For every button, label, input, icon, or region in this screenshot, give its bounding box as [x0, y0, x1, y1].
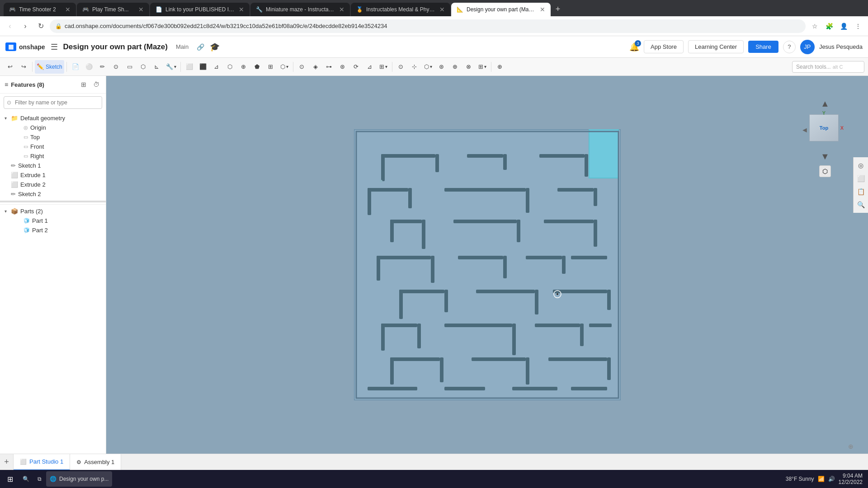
toolbar-tool7[interactable]: 🔧▾ — [164, 60, 178, 74]
toolbar-tool13[interactable]: ⬟ — [251, 60, 264, 74]
right-icon-2[interactable]: ⬜ — [854, 172, 867, 185]
canvas-area[interactable]: ▲ ◄ Top Y X ▼ ⬡ — [106, 76, 868, 454]
toolbar-tool3[interactable]: ⊙ — [110, 60, 123, 74]
tree-top[interactable]: ▭ Top — [13, 132, 106, 142]
toolbar-tool11[interactable]: ⬡ — [224, 60, 236, 74]
toolbar-tool18[interactable]: ⊶ — [323, 60, 335, 74]
toolbar-tool2[interactable]: ✏ — [96, 60, 109, 74]
taskbar-clock[interactable]: 9:04 AM 12/2/2022 — [839, 473, 863, 485]
taskbar-chrome[interactable]: 🌐 Design your own p... — [46, 471, 112, 487]
taskbar-search[interactable]: 🔍 — [19, 471, 33, 487]
toolbar-tool30[interactable]: ⊕ — [494, 60, 506, 74]
help-button[interactable]: ? — [783, 41, 796, 53]
toolbar-redo[interactable]: ↪ — [17, 60, 30, 74]
extension-button[interactable]: 🧩 — [823, 20, 835, 33]
back-button[interactable]: ‹ — [4, 20, 16, 33]
toolbar-tool9[interactable]: ⬛ — [197, 60, 209, 74]
view-left-arrow[interactable]: ◄ — [801, 126, 808, 134]
tab-close-1[interactable]: ✕ — [65, 6, 71, 13]
bottom-right-icon[interactable]: ⊕ — [848, 443, 854, 450]
toolbar-undo[interactable]: ↩ — [4, 60, 16, 74]
hamburger-menu[interactable]: ☰ — [51, 42, 58, 52]
browser-tab-6[interactable]: 📐 Design your own part (Maze) | P... ✕ — [451, 3, 551, 16]
profile-button[interactable]: 👤 — [837, 20, 850, 33]
toolbar-tool12[interactable]: ⊕ — [237, 60, 250, 74]
graduation-icon[interactable]: 🎓 — [210, 42, 220, 52]
right-icon-3[interactable]: 📋 — [854, 185, 867, 198]
view-option-1[interactable]: ⬡ — [819, 165, 831, 177]
branch-tag[interactable]: Main — [173, 42, 191, 51]
tab-assembly-1[interactable]: ⚙ Assembly 1 — [70, 454, 121, 470]
toolbar-tool10[interactable]: ⊿ — [210, 60, 223, 74]
toolbar-tool25[interactable]: ⬡▾ — [422, 60, 434, 74]
tree-origin[interactable]: ◎ Origin — [13, 123, 106, 132]
toolbar-tool19[interactable]: ⊛ — [336, 60, 349, 74]
toolbar-tool17[interactable]: ◈ — [309, 60, 322, 74]
menu-button[interactable]: ⋮ — [852, 20, 864, 33]
view-arrow-up[interactable]: ▲ — [821, 99, 830, 109]
toolbar-tool29[interactable]: ⊞▾ — [476, 60, 489, 74]
reload-button[interactable]: ↻ — [34, 20, 47, 33]
toolbar-tool15[interactable]: ⬡▾ — [278, 60, 291, 74]
onshape-logo[interactable]: ▦ onshape — [5, 42, 45, 51]
toolbar-tool4[interactable]: ▭ — [123, 60, 136, 74]
browser-tab-1[interactable]: 🎮 Time Shooter 2 ✕ — [4, 3, 76, 16]
notifications-button[interactable]: 🔔 3 — [629, 42, 639, 52]
bookmark-button[interactable]: ☆ — [808, 20, 821, 33]
tab-close-6[interactable]: ✕ — [540, 6, 545, 13]
new-tab-button[interactable]: + — [552, 3, 564, 15]
tree-right[interactable]: ▭ Right — [13, 151, 106, 161]
user-avatar[interactable]: JP — [800, 40, 815, 54]
toolbar-sketch[interactable]: ✏️ Sketch — [35, 60, 64, 74]
toolbar-tool24[interactable]: ⊹ — [408, 60, 421, 74]
taskbar-task-view[interactable]: ⧉ — [34, 471, 45, 487]
tab-close-2[interactable]: ✕ — [138, 6, 144, 13]
toolbar-tool1[interactable]: ⚪ — [83, 60, 95, 74]
browser-tab-2[interactable]: 🎮 Play Time Sh... ✕ — [77, 3, 149, 16]
share-button[interactable]: Share — [748, 41, 778, 53]
tree-parts[interactable]: ▾ 📦 Parts (2) — [0, 206, 106, 216]
toolbar-tool6[interactable]: ⊾ — [151, 60, 163, 74]
filter-input[interactable] — [4, 96, 102, 109]
right-icon-4[interactable]: 🔍 — [854, 198, 867, 211]
tab-close-5[interactable]: ✕ — [439, 6, 445, 13]
panel-action-1[interactable]: ⊞ — [79, 80, 89, 89]
browser-tab-3[interactable]: 📄 Link to your PUBLISHED Instruct... ✕ — [150, 3, 250, 16]
view-cube-box[interactable]: Top Y X — [809, 114, 839, 141]
panel-resize-handle[interactable] — [0, 201, 106, 202]
toolbar-tool5[interactable]: ⬡ — [137, 60, 150, 74]
tab-close-4[interactable]: ✕ — [339, 6, 344, 13]
tab-close-3[interactable]: ✕ — [239, 6, 244, 13]
tree-part2[interactable]: 🧊 Part 2 — [13, 225, 106, 235]
learning-center-button[interactable]: Learning Center — [688, 40, 744, 53]
tree-extrude2[interactable]: ⬜ Extrude 2 — [0, 180, 106, 189]
app-store-button[interactable]: App Store — [644, 40, 684, 53]
toolbar-tool26[interactable]: ⊛ — [435, 60, 448, 74]
tree-sketch1[interactable]: ✏ Sketch 1 — [0, 161, 106, 170]
search-tools[interactable]: Search tools... alt C — [792, 61, 864, 73]
right-icon-1[interactable]: ◎ — [854, 159, 867, 172]
tree-part1[interactable]: 🧊 Part 1 — [13, 216, 106, 225]
address-bar[interactable]: 🔒 cad.onshape.com/documents/cf067de300b0… — [50, 19, 806, 33]
tree-extrude1[interactable]: ⬜ Extrude 1 — [0, 170, 106, 180]
toolbar-tool8[interactable]: ⬜ — [183, 60, 196, 74]
tree-default-geometry[interactable]: ▾ 📁 Default geometry — [0, 113, 106, 123]
toolbar-new-doc[interactable]: 📄 — [69, 60, 82, 74]
tab-part-studio-1[interactable]: ⬜ Part Studio 1 — [14, 454, 70, 470]
start-button[interactable]: ⊞ — [2, 471, 18, 487]
view-arrow-down[interactable]: ▼ — [821, 151, 830, 162]
forward-button[interactable]: › — [19, 20, 32, 33]
panel-action-2[interactable]: ⏱ — [91, 80, 101, 89]
tree-sketch2[interactable]: ✏ Sketch 2 — [0, 189, 106, 199]
toolbar-tool21[interactable]: ⊿ — [363, 60, 376, 74]
toolbar-tool23[interactable]: ⊙ — [395, 60, 407, 74]
browser-tab-4[interactable]: 🔧 Miniature maze - Instructables ✕ — [250, 3, 350, 16]
toolbar-tool16[interactable]: ⊙ — [296, 60, 308, 74]
link-icon[interactable]: 🔗 — [197, 43, 204, 51]
toolbar-tool28[interactable]: ⊗ — [462, 60, 475, 74]
add-tab-button[interactable]: + — [0, 454, 14, 470]
toolbar-tool14[interactable]: ⊞ — [264, 60, 277, 74]
tree-front[interactable]: ▭ Front — [13, 142, 106, 151]
toolbar-tool27[interactable]: ⊕ — [449, 60, 462, 74]
toolbar-tool20[interactable]: ⟳ — [350, 60, 363, 74]
